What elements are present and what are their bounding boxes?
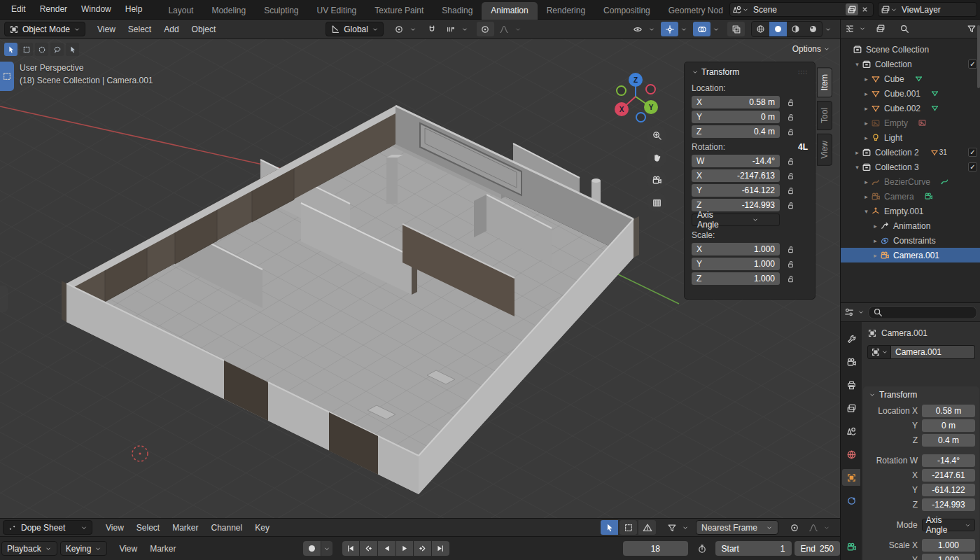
outliner-item-constraints[interactable]: ▸Constraints	[841, 233, 980, 248]
property-field-y[interactable]: -614.122	[922, 484, 975, 496]
shading-rendered-button[interactable]	[804, 22, 822, 36]
proportional-falloff-button[interactable]	[496, 22, 513, 36]
overlays-button[interactable]	[693, 22, 710, 36]
world-tab[interactable]	[842, 446, 860, 463]
proportional-editing-button[interactable]	[477, 22, 494, 36]
outliner-item-cube-001[interactable]: ▸Cube.001	[841, 86, 980, 101]
auto-keying-button[interactable]	[303, 541, 321, 556]
outliner-item-camera[interactable]: ▸Camera	[841, 189, 980, 204]
viewport-menu-select[interactable]: Select	[122, 24, 158, 34]
projection-button[interactable]	[647, 192, 666, 212]
gizmo-axis-y[interactable]: Y	[644, 100, 658, 114]
datablock-name-field[interactable]: Camera.001	[891, 345, 975, 359]
property-field-x[interactable]: -2147.61	[922, 469, 975, 482]
filter-icon[interactable]	[663, 520, 680, 535]
disclosure-right-icon[interactable]: ▸	[862, 134, 871, 141]
tab-layout[interactable]: Layout	[159, 2, 202, 20]
property-field-z[interactable]: -124.993	[922, 498, 975, 511]
zoom-button[interactable]	[647, 125, 666, 145]
proportional-editing-button[interactable]	[785, 520, 803, 535]
viewlayer-name[interactable]: ViewLayer	[897, 5, 945, 15]
disclosure-right-icon[interactable]: ▸	[871, 237, 880, 244]
disclosure-right-icon[interactable]: ▸	[862, 120, 871, 127]
property-field-z[interactable]: 0.4 m	[922, 434, 975, 447]
disclosure-right-icon[interactable]: ▸	[871, 223, 880, 230]
outliner-item-empty-001[interactable]: ▾Empty.001	[841, 204, 980, 218]
dopesheet-menu-select[interactable]: Select	[130, 523, 166, 533]
outliner-item-camera-001[interactable]: ▸Camera.001	[841, 248, 980, 262]
disclosure-down-icon[interactable]: ▾	[862, 208, 871, 215]
scene-name[interactable]: Scene	[749, 5, 846, 15]
rotation-mode-dropdown[interactable]: Axis Angle	[692, 214, 780, 226]
scale-x-field[interactable]: X1.000	[692, 243, 780, 255]
disclosure-right-icon[interactable]: ▸	[853, 149, 862, 156]
property-field-rotation-w[interactable]: -14.4°	[922, 454, 975, 467]
disclosure-down-icon[interactable]: ▾	[853, 164, 862, 171]
display-mode-icon[interactable]	[876, 24, 886, 34]
output-tab[interactable]	[842, 377, 860, 393]
timeline-menu-view[interactable]: View	[113, 544, 144, 554]
jump-to-end-button[interactable]	[432, 541, 449, 556]
outliner-item-collection[interactable]: ▾Collection✓	[841, 57, 980, 71]
viewport-menu-add[interactable]: Add	[158, 24, 185, 34]
properties-search-input[interactable]	[868, 306, 977, 319]
snap-magnet-button[interactable]	[424, 22, 441, 36]
location-z-field[interactable]: Z0.4 m	[692, 125, 780, 138]
lock-open-icon[interactable]	[786, 127, 795, 136]
rotation-y-field[interactable]: Y-614.122	[692, 184, 780, 197]
transform-panel-title[interactable]: Transform	[879, 390, 917, 400]
chevron-down-icon[interactable]	[869, 391, 876, 398]
sidebar-tab-view[interactable]: View	[817, 134, 832, 166]
menu-help[interactable]: Help	[118, 0, 150, 19]
current-frame-field[interactable]: 18	[623, 541, 688, 556]
tab-geometry-nodes[interactable]: Geometry Nodes	[659, 2, 724, 20]
play-reverse-button[interactable]	[378, 541, 396, 556]
snap-mode-dropdown[interactable]: Nearest Frame	[696, 520, 778, 535]
auto-keying-dropdown[interactable]	[321, 541, 332, 556]
gizmos-button[interactable]	[661, 22, 678, 36]
outliner-item-light[interactable]: ▸Light	[841, 130, 980, 145]
scale-z-field[interactable]: Z1.000	[692, 272, 780, 285]
sidebar-tab-item[interactable]: Item	[817, 67, 832, 97]
scene-selector[interactable]: Scene	[729, 2, 874, 17]
lock-open-icon[interactable]	[786, 113, 795, 122]
show-errors-button[interactable]	[638, 520, 656, 535]
snap-target-button[interactable]	[442, 22, 460, 36]
lock-open-icon[interactable]	[786, 186, 795, 195]
tab-modeling[interactable]: Modeling	[202, 2, 255, 20]
playback-popover[interactable]: Playback	[1, 541, 57, 556]
viewport-3d[interactable]: User Perspective (18) Scene Collection |…	[0, 39, 840, 518]
location-x-field[interactable]: X0.58 m	[692, 96, 780, 108]
disclosure-right-icon[interactable]: ▸	[862, 90, 871, 97]
disclosure-right-icon[interactable]: ▸	[862, 76, 871, 83]
shading-solid-button[interactable]	[769, 22, 787, 36]
panel-title[interactable]: Transform	[701, 67, 739, 77]
disclosure-right-icon[interactable]: ▸	[862, 105, 871, 112]
outliner-editor-icon[interactable]	[845, 24, 855, 34]
menu-edit[interactable]: Edit	[4, 0, 33, 19]
outliner-item-animation[interactable]: ▸Animation	[841, 218, 980, 233]
pan-button[interactable]	[647, 148, 666, 167]
tool-tab[interactable]	[842, 330, 860, 347]
menu-window[interactable]: Window	[74, 0, 118, 19]
navigation-gizmo[interactable]: ZXY	[608, 69, 664, 125]
outliner-scrollbar[interactable]	[977, 25, 980, 88]
property-field-location-x[interactable]: 0.58 m	[922, 405, 975, 417]
search-icon[interactable]	[899, 24, 909, 34]
dopesheet-menu-view[interactable]: View	[99, 523, 130, 533]
rotation-x-field[interactable]: X-2147.613	[692, 169, 780, 182]
select-box-mode-button[interactable]	[20, 43, 33, 56]
tab-shading[interactable]: Shading	[433, 2, 482, 20]
collection-checkbox[interactable]: ✓	[968, 59, 977, 69]
viewport-menu-view[interactable]: View	[91, 24, 122, 34]
outliner-item-cube-002[interactable]: ▸Cube.002	[841, 101, 980, 115]
lock-open-icon[interactable]	[786, 274, 795, 284]
viewlayer-selector[interactable]: ViewLayer	[878, 2, 977, 17]
outliner-item-beziercurve[interactable]: ▸BezierCurve	[841, 174, 980, 189]
shading-wireframe-button[interactable]	[752, 22, 769, 36]
outliner-item-cube[interactable]: ▸Cube	[841, 71, 980, 86]
frame-start-field[interactable]: Start 1	[715, 541, 792, 556]
outliner-item-collection-2[interactable]: ▸Collection 231✓	[841, 145, 980, 160]
dopesheet-menu-channel[interactable]: Channel	[205, 523, 249, 533]
camera-view-button[interactable]	[647, 170, 666, 190]
